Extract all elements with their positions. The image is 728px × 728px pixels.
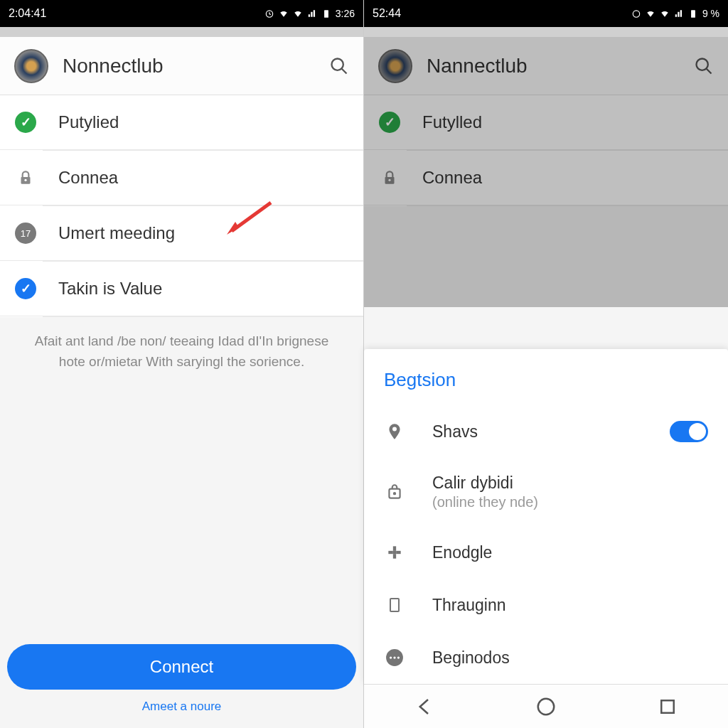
- status-icons: 3:26: [264, 8, 355, 19]
- dots-icon: [384, 647, 405, 668]
- svg-point-10: [697, 58, 708, 70]
- app-title: Nannectlub: [427, 55, 694, 77]
- wifi-icon: [646, 9, 655, 18]
- signal-icon: [307, 9, 317, 18]
- hash-icon: [384, 542, 405, 563]
- svg-point-25: [397, 656, 400, 658]
- check-blue-icon: [15, 278, 36, 299]
- list-item-connea[interactable]: Connea: [364, 151, 728, 205]
- check-green-icon: [15, 112, 36, 133]
- bag-icon: [384, 481, 405, 503]
- status-bar: 2:04:41 3:26: [0, 0, 363, 27]
- svg-point-15: [394, 493, 395, 494]
- svg-point-26: [538, 698, 555, 714]
- lock-icon: [14, 166, 37, 189]
- list-item-connea[interactable]: Connea: [0, 151, 363, 205]
- wifi-icon-2: [660, 9, 670, 18]
- nav-bar: [364, 684, 728, 728]
- sheet-sublabel: (online they nde): [432, 494, 708, 510]
- list-item-futylled[interactable]: Futylled: [364, 95, 728, 150]
- item-label: Futylled: [422, 112, 482, 132]
- sheet-title: Begtsion: [364, 349, 728, 405]
- nav-back-icon[interactable]: [414, 696, 435, 717]
- svg-point-5: [24, 179, 26, 181]
- sheet-item-shavs[interactable]: Shavs: [364, 405, 728, 458]
- alarm-icon: [631, 9, 641, 18]
- svg-line-3: [342, 68, 347, 73]
- status-icons: 9 %: [631, 8, 719, 19]
- nav-home-icon[interactable]: [535, 696, 557, 717]
- bottom-area: Connect Ameet a noure: [0, 644, 363, 728]
- sheet-label: Enodgle: [432, 543, 708, 562]
- app-logo-icon: [14, 49, 48, 83]
- svg-rect-20: [393, 551, 396, 554]
- sheet-label: Shavs: [432, 422, 670, 441]
- wifi-icon-2: [293, 9, 303, 18]
- pin-icon: [384, 421, 405, 442]
- badge-icon: 17: [15, 223, 36, 244]
- wifi-icon: [279, 9, 289, 18]
- search-icon[interactable]: [694, 56, 714, 76]
- sheet-label: Calir dybidi: [432, 473, 708, 493]
- battery-icon: [321, 9, 331, 18]
- item-label: Umert meeding: [58, 223, 175, 243]
- svg-rect-27: [661, 700, 674, 713]
- item-label: Connea: [422, 168, 482, 188]
- sheet-label: Thrauginn: [432, 596, 708, 615]
- svg-rect-9: [691, 10, 695, 17]
- phone-icon: [384, 594, 405, 616]
- app-header: Nannectlub: [364, 37, 728, 95]
- sheet-item-beginodos[interactable]: Beginodos: [364, 631, 728, 684]
- svg-point-13: [388, 179, 390, 181]
- settings-list: Futylled Connea: [364, 95, 728, 206]
- list-item-putylied[interactable]: Putylied: [0, 95, 363, 150]
- connect-button[interactable]: Connect: [7, 644, 356, 690]
- app-header: Nonnectlub: [0, 37, 363, 95]
- sheet-label: Beginodos: [432, 648, 708, 668]
- nav-recent-icon[interactable]: [657, 696, 678, 717]
- lock-icon: [378, 166, 401, 189]
- item-label: Takin is Value: [58, 279, 162, 299]
- signal-icon: [674, 9, 684, 18]
- status-time: 52:44: [373, 7, 401, 20]
- svg-rect-1: [324, 10, 328, 17]
- status-right-text: 3:26: [336, 8, 355, 19]
- svg-point-8: [633, 11, 639, 17]
- sheet-item-enodgle[interactable]: Enodgle: [364, 526, 728, 579]
- description-text: Afait ant land /be non/ teeaing Idad dI'…: [0, 317, 363, 386]
- svg-line-11: [707, 68, 712, 73]
- svg-rect-16: [388, 551, 393, 554]
- check-green-icon: [379, 112, 400, 133]
- svg-marker-7: [227, 222, 239, 235]
- svg-rect-21: [390, 599, 399, 611]
- svg-point-2: [332, 58, 343, 70]
- status-bar: 52:44 9 %: [364, 0, 728, 27]
- battery-icon: [688, 9, 698, 18]
- svg-rect-18: [393, 546, 396, 551]
- svg-point-23: [390, 656, 392, 658]
- search-icon[interactable]: [329, 56, 349, 76]
- item-label: Connea: [58, 168, 118, 188]
- bottom-link[interactable]: Ameet a noure: [7, 700, 356, 714]
- svg-rect-17: [396, 551, 401, 554]
- sheet-item-calir[interactable]: Calir dybidi (online they nde): [364, 458, 728, 526]
- screen-right: 52:44 9 % Nannectlub Futylled Connea: [364, 0, 728, 728]
- svg-line-6: [232, 203, 271, 231]
- list-item-umert[interactable]: 17 Umert meeding: [0, 206, 363, 261]
- list-item-takin[interactable]: Takin is Value: [0, 262, 363, 316]
- settings-list: Putylied Connea 17 Umert meeding Takin i…: [0, 95, 363, 317]
- svg-point-24: [393, 656, 395, 658]
- screen-left: 2:04:41 3:26 Nonnectlub Putylied Connea: [0, 0, 364, 728]
- alarm-icon: [264, 9, 274, 18]
- app-logo-icon: [378, 49, 412, 83]
- gray-bar: [364, 27, 728, 37]
- toggle-switch[interactable]: [670, 421, 708, 442]
- status-right-text: 9 %: [702, 8, 719, 19]
- status-time: 2:04:41: [9, 7, 46, 20]
- gray-bar: [0, 27, 363, 37]
- item-label: Putylied: [58, 112, 119, 132]
- app-title: Nonnectlub: [63, 55, 329, 77]
- bottom-sheet: Begtsion Shavs Calir dybidi (online they…: [364, 349, 728, 684]
- svg-rect-19: [393, 554, 396, 559]
- sheet-item-thrauginn[interactable]: Thrauginn: [364, 579, 728, 631]
